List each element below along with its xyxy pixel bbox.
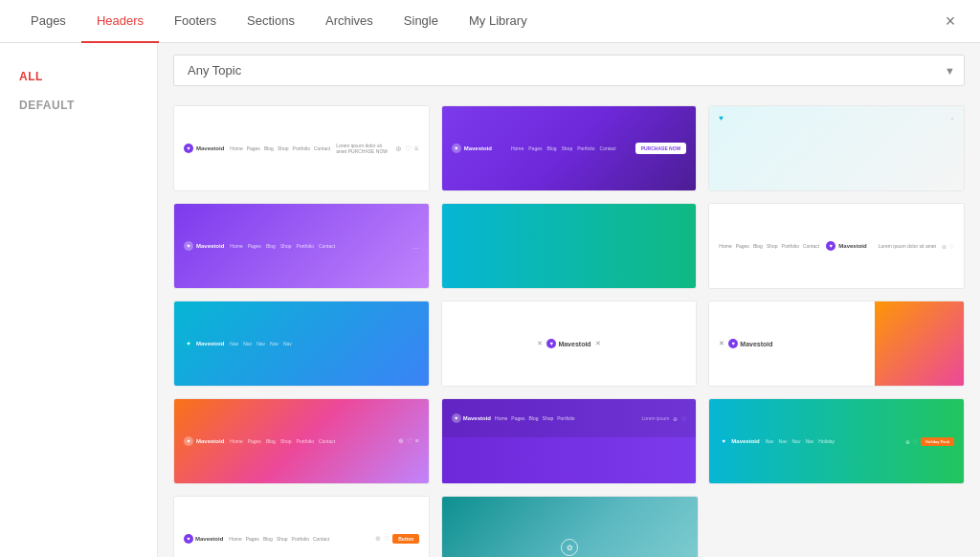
template-card-3[interactable]: ♥ ✕: [708, 105, 965, 191]
tab-pages[interactable]: Pages: [15, 0, 81, 43]
grid-row-2: ♥ Mavestoid Home Pages Blog Shop Portfol…: [173, 203, 965, 289]
tab-headers[interactable]: Headers: [81, 0, 159, 43]
template-card-1[interactable]: ♥ Mavestoid Home Pages Blog Shop Portfol…: [173, 105, 430, 191]
template-card-7[interactable]: ♥ Mavestoid Nav Nav Nav Nav Nav: [173, 301, 430, 387]
topic-dropdown[interactable]: Any Topic Blog Business E-commerce Portf…: [173, 55, 965, 86]
topic-select[interactable]: Any Topic Blog Business E-commerce Portf…: [173, 55, 965, 86]
grid-row-1: ♥ Mavestoid Home Pages Blog Shop Portfol…: [173, 105, 965, 191]
tab-archives[interactable]: Archives: [310, 0, 389, 43]
template-card-13[interactable]: ♥ Mavestoid Home Pages Blog Shop Portfol…: [173, 496, 430, 557]
template-card-4[interactable]: ♥ Mavestoid Home Pages Blog Shop Portfol…: [173, 203, 430, 289]
modal-container: Pages Headers Footers Sections Archives …: [0, 0, 980, 557]
template-card-6[interactable]: Home Pages Blog Shop Portfolio Contact ♥: [708, 203, 965, 289]
template-card-14[interactable]: ✿ WELCOME TO CLUBLISPA BOUTIQUE Your per…: [441, 496, 698, 557]
template-card-5[interactable]: [441, 203, 698, 289]
body: ALL DEFAULT Any Topic Blog Business E-co…: [0, 43, 980, 557]
tabs-bar: Pages Headers Footers Sections Archives …: [0, 0, 980, 43]
tab-my-library[interactable]: My Library: [454, 0, 543, 43]
sidebar: ALL DEFAULT: [0, 43, 158, 557]
grid-row-3: ♥ Mavestoid Nav Nav Nav Nav Nav: [173, 301, 965, 387]
template-grid: ♥ Mavestoid Home Pages Blog Shop Portfol…: [158, 98, 980, 557]
close-button[interactable]: ×: [936, 7, 965, 35]
template-card-8[interactable]: ✕ ♥ Mavestoid ✕: [441, 301, 698, 387]
template-card-10[interactable]: ♥ Mavestoid Home Pages Blog Shop Portfol…: [173, 398, 430, 484]
grid-row-5: ♥ Mavestoid Home Pages Blog Shop Portfol…: [173, 496, 965, 557]
sidebar-item-all[interactable]: ALL: [0, 62, 157, 91]
template-card-9[interactable]: ✕ ♥ Mavestoid: [708, 301, 965, 387]
tab-sections[interactable]: Sections: [232, 0, 310, 43]
filter-bar: Any Topic Blog Business E-commerce Portf…: [158, 43, 980, 98]
template-card-11[interactable]: ♥ Mavestoid Home Pages Blog Shop Portfol…: [441, 398, 698, 484]
sidebar-item-default[interactable]: DEFAULT: [0, 91, 157, 120]
grid-row-4: ♥ Mavestoid Home Pages Blog Shop Portfol…: [173, 398, 965, 484]
template-card-12[interactable]: ♥ Mavestoid Nav Nav Nav Nav Holiday: [708, 398, 965, 484]
template-card-2[interactable]: ♥ Mavestoid Home Pages Blog Shop Portfol…: [441, 105, 698, 191]
main-content: Any Topic Blog Business E-commerce Portf…: [158, 43, 980, 557]
tab-single[interactable]: Single: [389, 0, 454, 43]
tab-footers[interactable]: Footers: [159, 0, 232, 43]
